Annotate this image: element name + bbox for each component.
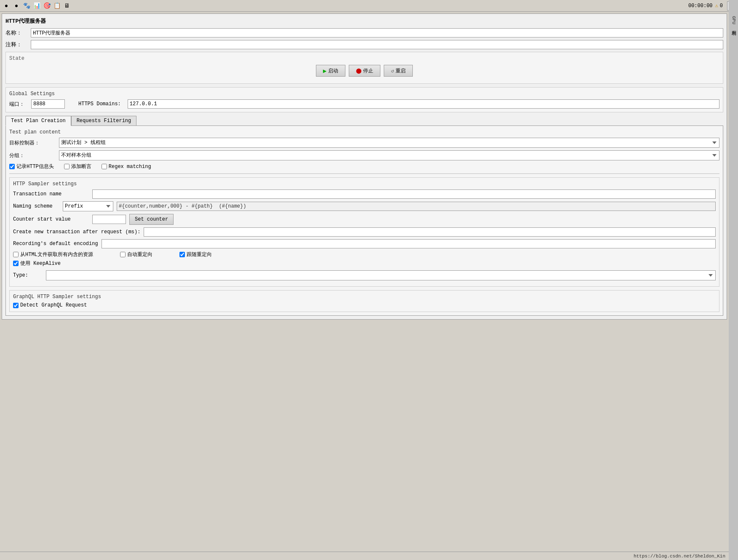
stop-icon: ⬤	[356, 68, 361, 74]
keep-alive-item: 使用 KeepAlive	[13, 260, 61, 267]
toolbar-icon-1[interactable]: ●	[2, 1, 11, 11]
toolbar-icon-4[interactable]: 📊	[32, 1, 41, 11]
add-assertion-item: 添加断言	[64, 163, 91, 170]
auto-redirect-label: 自动重定向	[127, 251, 152, 258]
keep-alive-checkbox[interactable]	[13, 261, 19, 266]
graphql-label: GraphQL HTTP Sampler settings	[13, 294, 716, 300]
divider-1	[9, 173, 719, 174]
keep-alive-label: 使用 KeepAlive	[20, 260, 61, 267]
state-label: State	[9, 56, 719, 61]
global-settings-section: Global Settings 端口： HTTPS Domains:	[5, 87, 723, 112]
http-sampler-label: HTTP Sampler settings	[13, 181, 716, 187]
toolbar-icon-7[interactable]: 🖥	[62, 1, 72, 11]
default-encoding-row: Recording's default encoding	[13, 239, 716, 248]
pattern-input	[117, 202, 716, 211]
new-transaction-input[interactable]	[144, 227, 716, 237]
port-label: 端口：	[9, 101, 24, 108]
https-label: HTTPS Domains:	[78, 101, 121, 107]
transaction-name-row: Transaction name	[13, 189, 716, 199]
state-section: State ▶ 启动 ⬤ 停止 ↺ 重启	[5, 52, 723, 84]
follow-redirect-checkbox[interactable]	[179, 252, 185, 257]
counter-start-input[interactable]	[92, 215, 126, 224]
restart-button[interactable]: ↺ 重启	[384, 65, 413, 77]
new-transaction-row: Create new transaction after request (ms…	[13, 227, 716, 237]
target-controller-label: 目标控制器：	[9, 139, 56, 147]
fetch-resources-item: 从HTML文件获取所有内含的资源	[13, 251, 93, 258]
target-controller-row: 目标控制器： 测试计划 > 线程组	[9, 138, 719, 148]
group-select[interactable]: 不对样本分组	[59, 150, 719, 160]
zero-indicator: 0	[720, 3, 723, 9]
start-button[interactable]: ▶ 启动	[316, 65, 345, 77]
test-plan-content-label: Test plan content	[9, 129, 719, 135]
regex-matching-item: Regex matching	[102, 164, 151, 170]
stop-button[interactable]: ⬤ 停止	[349, 65, 380, 77]
default-encoding-label: Recording's default encoding	[13, 241, 98, 247]
start-icon: ▶	[323, 67, 326, 75]
naming-scheme-label: Naming scheme	[13, 203, 59, 209]
https-input[interactable]	[128, 99, 719, 109]
global-settings-label: Global Settings	[9, 91, 719, 97]
name-label: 名称：	[5, 29, 31, 37]
global-row: 端口： HTTPS Domains:	[9, 99, 719, 109]
detect-graphql-checkbox[interactable]	[13, 303, 19, 308]
restart-icon: ↺	[391, 68, 394, 74]
restart-label: 重启	[396, 67, 406, 75]
state-buttons: ▶ 启动 ⬤ 停止 ↺ 重启	[9, 65, 719, 77]
target-controller-select[interactable]: 测试计划 > 线程组	[59, 138, 719, 148]
graphql-section: GraphQL HTTP Sampler settings Detect Gra…	[9, 290, 719, 312]
detect-graphql-label: Detect GraphQL Request	[20, 302, 87, 308]
comment-input[interactable]	[31, 40, 723, 49]
regex-matching-checkbox[interactable]	[102, 164, 107, 169]
checkboxes-row: 记录HTTP信息头 添加断言 Regex matching	[9, 163, 719, 170]
http-checkboxes-row: 从HTML文件获取所有内含的资源 自动重定向 跟随重定向	[13, 251, 716, 258]
name-input[interactable]	[31, 28, 723, 37]
follow-redirect-label: 跟随重定向	[187, 251, 212, 258]
tabs-container: Test Plan Creation Requests Filtering Te…	[5, 116, 723, 316]
auto-redirect-item: 自动重定向	[120, 251, 152, 258]
warning-icon: ⚠	[715, 3, 718, 9]
type-label: Type:	[13, 272, 43, 278]
gpu-label: GPU 利用率	[730, 16, 737, 27]
fetch-resources-label: 从HTML文件获取所有内含的资源	[20, 251, 93, 258]
main-panel: HTTP代理服务器 名称： 注释： State ▶ 启动 ⬤ 停止	[2, 13, 727, 320]
type-select[interactable]	[46, 270, 716, 280]
set-counter-button[interactable]: Set counter	[129, 214, 174, 225]
counter-start-label: Counter start value	[13, 216, 89, 222]
add-assertion-checkbox[interactable]	[64, 164, 70, 169]
transaction-name-input[interactable]	[92, 189, 716, 199]
toolbar-icon-6[interactable]: 📋	[52, 1, 62, 11]
name-row: 名称：	[5, 28, 723, 37]
group-row: 分组： 不对样本分组	[9, 150, 719, 160]
fetch-resources-checkbox[interactable]	[13, 252, 19, 257]
transaction-name-label: Transaction name	[13, 191, 89, 197]
tab-content: Test plan content 目标控制器： 测试计划 > 线程组 分组： …	[5, 126, 723, 316]
auto-redirect-checkbox[interactable]	[120, 252, 126, 257]
tab-test-plan-creation[interactable]: Test Plan Creation	[5, 116, 71, 126]
default-encoding-input[interactable]	[102, 239, 716, 248]
record-http-item: 记录HTTP信息头	[9, 163, 54, 170]
start-label: 启动	[328, 67, 338, 75]
sidebar-right: GPU 利用率	[729, 0, 738, 329]
toolbar-icon-3[interactable]: 🐾	[22, 1, 31, 11]
panel-title: HTTP代理服务器	[5, 17, 723, 25]
new-transaction-label: Create new transaction after request (ms…	[13, 229, 140, 235]
counter-start-row: Counter start value Set counter	[13, 214, 716, 225]
naming-scheme-row: Naming scheme Prefix Suffix	[13, 201, 716, 211]
regex-matching-label: Regex matching	[109, 164, 151, 170]
comment-row: 注释：	[5, 40, 723, 49]
type-row: Type:	[13, 270, 716, 280]
port-input[interactable]	[31, 99, 65, 109]
comment-label: 注释：	[5, 41, 31, 48]
timer-display: 00:00:00	[688, 3, 713, 9]
naming-scheme-select[interactable]: Prefix Suffix	[63, 201, 113, 211]
follow-redirect-item: 跟随重定向	[179, 251, 212, 258]
keepalive-row: 使用 KeepAlive	[13, 260, 716, 267]
tab-requests-filtering[interactable]: Requests Filtering	[71, 116, 137, 125]
record-http-label: 记录HTTP信息头	[16, 163, 54, 170]
toolbar-icon-2[interactable]: ●	[12, 1, 21, 11]
record-http-checkbox[interactable]	[9, 164, 15, 169]
tabs: Test Plan Creation Requests Filtering	[5, 116, 723, 126]
http-sampler-section: HTTP Sampler settings Transaction name N…	[9, 177, 719, 287]
toolbar-icon-5[interactable]: 🎯	[42, 1, 51, 11]
stop-label: 停止	[363, 67, 373, 75]
